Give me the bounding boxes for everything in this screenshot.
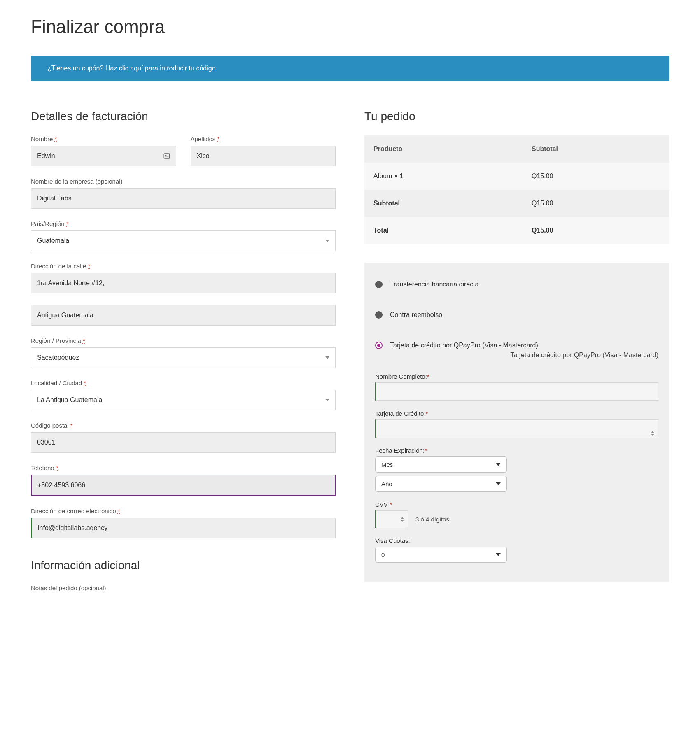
required-mark: *: [88, 263, 90, 270]
line-item-price: Q15.00: [523, 163, 669, 190]
table-row: Total Q15.00: [364, 217, 669, 244]
last-name-input[interactable]: [191, 146, 336, 166]
cc-exp-label: Fecha Expiración:*: [375, 447, 658, 454]
required-mark: *: [70, 422, 73, 429]
radio-icon: [375, 281, 383, 288]
cc-name-label: Nombre Completo:*: [375, 373, 658, 380]
email-label: Dirección de correo electrónico *: [31, 508, 336, 515]
city-label: Localidad / Ciudad *: [31, 379, 336, 386]
cc-exp-year-value: Año: [381, 480, 392, 487]
col-product-header: Producto: [364, 135, 523, 163]
visa-cuotas-select[interactable]: 0: [375, 547, 507, 563]
first-name-input[interactable]: [31, 146, 176, 166]
col-subtotal-header: Subtotal: [523, 135, 669, 163]
contact-card-icon: [163, 152, 170, 160]
required-mark: *: [118, 508, 120, 515]
first-name-label: Nombre *: [31, 135, 176, 142]
region-select[interactable]: Sacatepéquez: [31, 347, 336, 368]
city-value: La Antigua Guatemala: [37, 396, 102, 404]
region-label: Región / Provincia *: [31, 337, 336, 344]
radio-selected-icon: [375, 342, 383, 349]
country-value: Guatemala: [37, 237, 69, 244]
spinner-icon: [401, 517, 404, 522]
cc-name-input[interactable]: [375, 382, 658, 401]
coupon-question: ¿Tienes un cupón?: [47, 65, 105, 72]
required-mark: *: [83, 337, 85, 344]
phone-label: Teléfono *: [31, 464, 336, 471]
company-input[interactable]: [31, 188, 336, 209]
subtotal-value: Q15.00: [523, 190, 669, 217]
country-select[interactable]: Guatemala: [31, 230, 336, 251]
cc-exp-month-select[interactable]: Mes: [375, 456, 507, 473]
billing-heading: Detalles de facturación: [31, 110, 336, 123]
payment-option-cod[interactable]: Contra reembolso: [373, 305, 660, 324]
line-item-name: Album × 1: [364, 163, 523, 190]
email-input[interactable]: [31, 518, 336, 538]
last-name-label: Apellidos *: [191, 135, 336, 142]
required-mark: *: [84, 379, 86, 386]
order-heading: Tu pedido: [364, 110, 669, 123]
city-select[interactable]: La Antigua Guatemala: [31, 390, 336, 410]
visa-cuotas-label: Visa Cuotas:: [375, 537, 658, 544]
radio-icon: [375, 311, 383, 319]
total-label: Total: [364, 217, 523, 244]
cc-number-input[interactable]: [375, 419, 658, 438]
street1-input[interactable]: [31, 273, 336, 293]
chevron-down-icon: [325, 356, 329, 359]
order-notes-label: Notas del pedido (opcional): [31, 584, 336, 591]
chevron-down-icon: [325, 240, 329, 242]
phone-input[interactable]: [31, 475, 336, 496]
street-label: Dirección de la calle *: [31, 263, 336, 270]
visa-cuotas-value: 0: [381, 551, 385, 558]
table-row: Subtotal Q15.00: [364, 190, 669, 217]
country-label: País/Región *: [31, 220, 336, 227]
chevron-down-icon: [496, 482, 501, 485]
total-value: Q15.00: [523, 217, 669, 244]
chevron-down-icon: [496, 463, 501, 466]
subtotal-label: Subtotal: [364, 190, 523, 217]
order-summary-table: Producto Subtotal Album × 1 Q15.00 Subto…: [364, 135, 669, 244]
cc-exp-month-value: Mes: [381, 461, 393, 468]
chevron-down-icon: [325, 399, 329, 401]
additional-heading: Información adicional: [31, 559, 336, 572]
street2-input[interactable]: [31, 305, 336, 326]
postcode-label: Código postal *: [31, 422, 336, 429]
payment-option-label: Transferencia bancaria directa: [390, 281, 479, 288]
cc-exp-year-select[interactable]: Año: [375, 476, 507, 492]
table-row: Album × 1 Q15.00: [364, 163, 669, 190]
required-mark: *: [56, 464, 58, 471]
postcode-input[interactable]: [31, 432, 336, 453]
region-value: Sacatepéquez: [37, 354, 79, 361]
payment-card-description: Tarjeta de crédito por QPayPro (Visa - M…: [373, 352, 658, 359]
spinner-icon: [651, 431, 654, 436]
payment-option-bank-transfer[interactable]: Transferencia bancaria directa: [373, 275, 660, 294]
page-title: Finalizar compra: [31, 16, 669, 37]
svg-rect-1: [165, 155, 166, 156]
company-label: Nombre de la empresa (opcional): [31, 178, 336, 185]
svg-rect-0: [164, 154, 170, 158]
cvv-label: CVV *: [375, 501, 658, 508]
payment-option-label: Tarjeta de crédito por QPayPro (Visa - M…: [390, 342, 538, 349]
chevron-down-icon: [496, 553, 501, 556]
payment-option-label: Contra reembolso: [390, 311, 442, 319]
payment-methods: Transferencia bancaria directa Contra re…: [364, 263, 669, 582]
required-mark: *: [66, 220, 69, 227]
required-mark: *: [217, 135, 220, 142]
required-mark: *: [55, 135, 57, 142]
coupon-banner: ¿Tienes un cupón? Haz clic aquí para int…: [31, 56, 669, 81]
coupon-link[interactable]: Haz clic aquí para introducir tu código: [105, 65, 216, 72]
cc-number-label: Tarjeta de Crédito:*: [375, 410, 658, 417]
credit-card-form: Nombre Completo:* Tarjeta de Crédito:* F…: [373, 371, 660, 563]
cvv-help-text: 3 ó 4 dígitos.: [415, 516, 451, 523]
